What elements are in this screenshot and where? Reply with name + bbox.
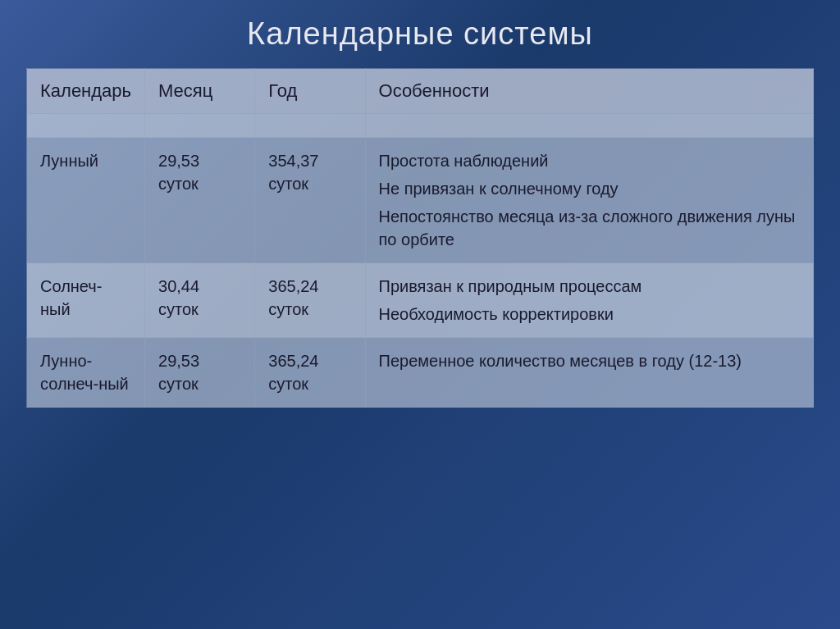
cell-features: Переменное количество месяцев в году (12…: [365, 338, 813, 408]
header-calendar: Календарь: [27, 69, 145, 114]
table-row: Лунно-солнеч-ный29,53 суток365,24 сутокП…: [27, 338, 814, 408]
calendar-table: Календарь Месяц Год Особенности Лунный29…: [26, 68, 814, 408]
cell-features: Простота наблюденийНе привязан к солнечн…: [365, 138, 813, 263]
cell-year: 365,24 суток: [255, 338, 365, 408]
feature-item: Переменное количество месяцев в году (12…: [379, 349, 800, 372]
cell-year: 354,37 суток: [255, 138, 365, 263]
cell-month: [145, 114, 255, 138]
cell-month: 29,53 суток: [145, 138, 255, 263]
cell-calendar: Лунно-солнеч-ный: [27, 338, 145, 408]
feature-item: Необходимость корректировки: [379, 303, 800, 326]
header-year: Год: [255, 69, 365, 114]
cell-calendar: Солнеч-ный: [27, 263, 145, 338]
table-row: Солнеч-ный30,44 суток365,24 сутокПривяза…: [27, 263, 814, 338]
cell-features: [365, 114, 813, 138]
cell-year: [255, 114, 365, 138]
cell-year: 365,24 суток: [255, 263, 365, 338]
page-title: Календарные системы: [247, 16, 593, 52]
table-header-row: Календарь Месяц Год Особенности: [27, 69, 814, 114]
table-row: Лунный29,53 суток354,37 сутокПростота на…: [27, 138, 814, 263]
cell-month: 30,44 суток: [145, 263, 255, 338]
cell-calendar: [27, 114, 145, 138]
cell-calendar: Лунный: [27, 138, 145, 263]
table-row: [27, 114, 814, 138]
table-wrapper: Календарь Месяц Год Особенности Лунный29…: [26, 68, 814, 408]
header-month: Месяц: [145, 69, 255, 114]
cell-month: 29,53 суток: [145, 338, 255, 408]
feature-item: Простота наблюдений: [379, 149, 800, 172]
feature-item: Не привязан к солнечному году: [379, 177, 800, 200]
cell-features: Привязан к природным процессамНеобходимо…: [365, 263, 813, 338]
feature-item: Непостоянство месяца из-за сложного движ…: [379, 205, 800, 251]
feature-item: Привязан к природным процессам: [379, 275, 800, 298]
header-features: Особенности: [365, 69, 813, 114]
